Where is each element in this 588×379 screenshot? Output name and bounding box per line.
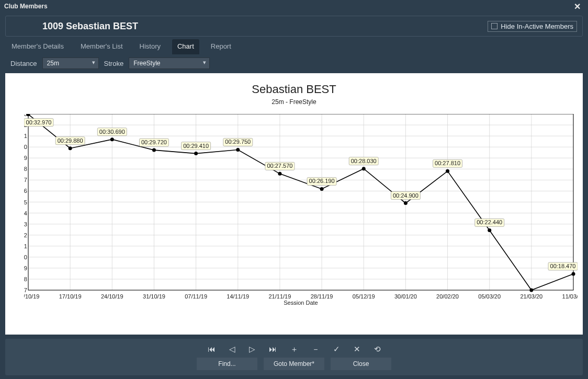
svg-text:22: 22 [24,232,27,238]
chart-svg: 171819202122232425262728293031323315/10/… [24,114,578,306]
distance-select[interactable]: 25m [42,58,99,69]
close-icon[interactable]: ✕ [571,2,584,12]
tab-chart[interactable]: Chart [172,39,199,54]
svg-text:00:28.030: 00:28.030 [351,158,377,164]
svg-text:00:18.470: 00:18.470 [550,263,576,269]
add-icon[interactable]: ＋ [290,344,298,354]
svg-text:00:29.750: 00:29.750 [225,139,251,145]
svg-text:07/11/19: 07/11/19 [185,293,207,300]
svg-text:00:26.190: 00:26.190 [309,178,335,184]
svg-point-97 [488,228,491,232]
svg-text:25: 25 [24,199,27,205]
refresh-icon[interactable]: ⟲ [374,344,381,354]
tab-details[interactable]: Member's Details [6,39,69,54]
member-title: 1009 Sebastian BEST [42,21,138,32]
svg-point-100 [529,289,533,292]
svg-text:00:29.880: 00:29.880 [58,137,83,144]
svg-text:11/03/21: 11/03/21 [562,293,578,300]
svg-text:15/10/19: 15/10/19 [24,293,39,300]
stroke-value: FreeStyle [133,60,160,67]
close-button[interactable]: Close [331,358,391,370]
svg-text:20/02/20: 20/02/20 [436,293,459,300]
next-icon[interactable]: ▷ [249,344,255,354]
svg-text:00:30.690: 00:30.690 [99,129,125,135]
svg-text:27: 27 [24,177,27,183]
svg-text:00:27.810: 00:27.810 [435,160,460,166]
stroke-select[interactable]: FreeStyle [129,58,210,69]
svg-text:00:24.900: 00:24.900 [393,192,419,199]
confirm-icon[interactable]: ✓ [333,344,340,354]
first-icon[interactable]: ⏮ [208,344,216,354]
record-nav: ⏮ ◁ ▷ ⏭ ＋ － ✓ ✕ ⟲ [208,344,381,354]
svg-text:21/11/19: 21/11/19 [269,293,291,300]
svg-point-70 [110,137,114,141]
svg-text:31: 31 [24,133,27,139]
svg-point-85 [320,187,324,191]
svg-point-88 [362,167,366,170]
svg-text:28: 28 [24,166,27,172]
svg-text:05/03/20: 05/03/20 [478,293,501,300]
chart-title: Sebastian BEST [5,73,583,96]
svg-text:24: 24 [24,210,27,216]
svg-point-82 [278,172,281,176]
svg-text:00:32.970: 00:32.970 [26,119,52,125]
svg-point-73 [152,148,156,152]
stroke-label: Stroke [104,60,124,67]
cancel-icon[interactable]: ✕ [354,344,360,354]
tab-history[interactable]: History [134,39,166,54]
footer-panel: ⏮ ◁ ▷ ⏭ ＋ － ✓ ✕ ⟲ Find... Goto Member* C… [5,339,583,375]
svg-point-79 [236,148,240,152]
distance-value: 25m [47,60,59,67]
svg-point-101 [572,272,575,276]
svg-text:23: 23 [24,221,27,227]
remove-icon[interactable]: － [312,344,320,354]
svg-text:Session Date: Session Date [284,300,318,306]
hide-inactive-checkbox[interactable]: Hide In-Active Members [488,21,577,32]
svg-text:24/10/19: 24/10/19 [101,293,123,300]
svg-text:18: 18 [24,276,27,282]
prev-icon[interactable]: ◁ [229,344,235,354]
svg-text:20: 20 [24,254,27,260]
tab-bar: Member's Details Member's List History C… [0,39,588,54]
goto-member-button[interactable]: Goto Member* [264,358,324,370]
svg-text:30: 30 [24,144,27,150]
chart-area: Sebastian BEST 25m - FreeStyle 171819202… [5,73,583,335]
svg-text:19: 19 [24,265,27,271]
svg-text:14/11/19: 14/11/19 [227,293,249,300]
svg-text:21/03/20: 21/03/20 [520,293,542,300]
svg-text:00:27.570: 00:27.570 [267,163,292,169]
chart-subtitle: 25m - FreeStyle [5,98,583,106]
svg-point-76 [194,152,198,155]
hide-inactive-label: Hide In-Active Members [501,22,573,30]
checkbox-box-icon [491,23,497,29]
svg-text:28/11/19: 28/11/19 [311,293,333,300]
svg-text:00:29.410: 00:29.410 [183,143,209,149]
svg-text:17: 17 [24,287,27,293]
svg-point-67 [69,146,72,150]
last-icon[interactable]: ⏭ [269,344,277,354]
svg-text:00:22.440: 00:22.440 [477,219,502,225]
tab-list[interactable]: Member's List [75,39,128,54]
chart-controls: Distance 25m Stroke FreeStyle [0,54,588,73]
svg-text:05/12/19: 05/12/19 [353,293,375,300]
window-title: Club Members [4,3,48,10]
svg-text:29: 29 [24,155,27,161]
find-button[interactable]: Find... [197,358,257,370]
window-titlebar: Club Members ✕ [0,0,588,13]
svg-text:00:29.720: 00:29.720 [141,139,167,145]
svg-text:17/10/19: 17/10/19 [59,293,82,300]
svg-point-91 [404,201,408,205]
tab-report[interactable]: Report [206,39,236,54]
member-header: 1009 Sebastian BEST Hide In-Active Membe… [5,16,583,37]
svg-point-94 [446,169,449,173]
svg-text:26: 26 [24,188,27,194]
svg-text:30/01/20: 30/01/20 [394,293,417,300]
distance-label: Distance [10,60,37,67]
svg-text:21: 21 [24,243,27,249]
svg-text:31/10/19: 31/10/19 [143,293,165,300]
